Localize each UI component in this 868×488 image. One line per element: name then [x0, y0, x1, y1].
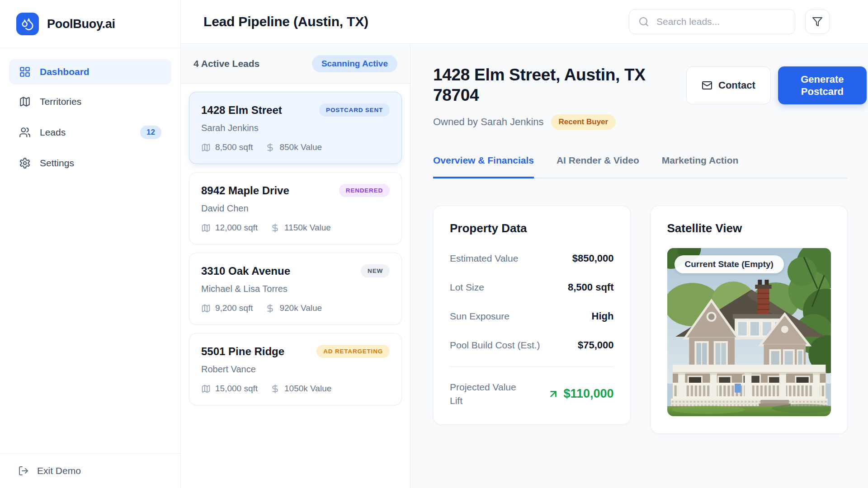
current-state-badge: Current State (Empty) [675, 255, 784, 273]
satellite-view-title: Satellite View [667, 221, 831, 235]
exit-demo-label: Exit Demo [37, 465, 81, 476]
projected-value-lift-value: $110,000 [547, 387, 613, 401]
lead-sqft: 8,500 sqft [215, 142, 253, 152]
satellite-view-card: Satellite View [651, 206, 848, 434]
sidebar-item-label: Dashboard [40, 66, 90, 77]
brand-name: PoolBuoy.ai [47, 17, 115, 31]
property-card-divider [450, 366, 614, 367]
map-icon [201, 223, 211, 233]
contact-button-label: Contact [718, 80, 755, 91]
lead-detail-panel: 1428 Elm Street, Austin, TX 78704 Owned … [410, 44, 868, 488]
map-icon [19, 96, 31, 108]
projected-value-lift-label: Projected Value Lift [450, 380, 527, 407]
lead-status-badge: AD RETARGETING [316, 345, 390, 358]
house-photo-illustration [667, 248, 831, 416]
property-row-lot-size: Lot Size 8,500 sqft [450, 282, 614, 293]
lead-address: 5501 Pine Ridge [201, 345, 284, 358]
recent-buyer-badge: Recent Buyer [551, 114, 616, 130]
exit-demo-button[interactable]: Exit Demo [0, 453, 180, 488]
funnel-icon [812, 16, 823, 27]
sidebar-item-territories[interactable]: Territories [9, 89, 171, 114]
detail-tabs: Overview & Financials AI Render & Video … [433, 155, 848, 178]
owner-row: Owned by Sarah Jenkins Recent Buyer [433, 114, 686, 130]
map-icon [201, 384, 211, 394]
property-row-estimated-value: Estimated Value $850,000 [450, 253, 614, 264]
lead-address: 1428 Elm Street [201, 104, 282, 117]
leads-count-badge: 12 [140, 126, 161, 139]
lead-owner: Michael & Lisa Torres [201, 284, 390, 294]
brand-block: PoolBuoy.ai [0, 0, 180, 48]
lead-owner: Robert Vance [201, 364, 390, 375]
lead-meta: 9,200 sqft 920k Value [201, 303, 390, 313]
tab-marketing-action[interactable]: Marketing Action [662, 155, 739, 178]
dashboard-grid-icon [19, 66, 31, 78]
projected-value-lift-row: Projected Value Lift $110,000 [450, 380, 614, 407]
lead-cards: 1428 Elm Street POSTCARD SENT Sarah Jenk… [181, 84, 410, 413]
scanning-status-badge: Scanning Active [312, 55, 397, 72]
dollar-icon [270, 384, 280, 394]
lead-list-header: 4 Active Leads Scanning Active [181, 44, 410, 84]
dollar-icon [270, 223, 280, 233]
active-leads-count: 4 Active Leads [193, 58, 259, 69]
lead-list-panel: 4 Active Leads Scanning Active 1428 Elm … [181, 44, 410, 488]
detail-cards-row: Property Data Estimated Value $850,000 L… [433, 206, 848, 434]
sidebar-nav: Dashboard Territories [0, 48, 180, 187]
search-input[interactable] [656, 16, 786, 28]
property-data-title: Property Data [450, 221, 614, 235]
filter-button[interactable] [805, 9, 830, 34]
property-row-sun-exposure: Sun Exposure High [450, 310, 614, 322]
lead-status-badge: RENDERED [339, 184, 390, 197]
lead-card-3310-oak[interactable]: 3310 Oak Avenue NEW Michael & Lisa Torre… [189, 253, 402, 325]
lead-value: 920k Value [279, 303, 322, 313]
property-address-title: 1428 Elm Street, Austin, TX 78704 [433, 65, 686, 105]
gear-icon [19, 157, 31, 169]
lead-address: 8942 Maple Drive [201, 184, 289, 197]
lead-owner: David Chen [201, 203, 390, 214]
satellite-photo: Current State (Empty) [667, 248, 831, 416]
lead-value: 1050k Value [284, 384, 331, 394]
magnifier-icon [638, 16, 649, 27]
lead-meta: 8,500 sqft 850k Value [201, 142, 390, 152]
lead-value: 850k Value [279, 142, 322, 152]
map-icon [201, 143, 211, 152]
lead-owner: Sarah Jenkins [201, 123, 390, 133]
logout-icon [18, 465, 29, 476]
lead-sqft: 12,000 sqft [215, 223, 258, 233]
sidebar-item-leads[interactable]: Leads 12 [9, 119, 171, 146]
sidebar-item-label: Settings [40, 158, 74, 169]
lead-status-badge: POSTCARD SENT [319, 103, 390, 117]
sidebar-item-dashboard[interactable]: Dashboard [9, 59, 171, 84]
lead-meta: 12,000 sqft 1150k Value [201, 223, 390, 233]
dollar-icon [265, 143, 275, 152]
search-box [629, 9, 795, 34]
property-row-pool-build-cost: Pool Build Cost (Est.) $75,000 [450, 339, 614, 351]
detail-title-block: 1428 Elm Street, Austin, TX 78704 Owned … [433, 65, 686, 130]
lead-card-5501-pine[interactable]: 5501 Pine Ridge AD RETARGETING Robert Va… [189, 333, 402, 405]
lead-card-1428-elm[interactable]: 1428 Elm Street POSTCARD SENT Sarah Jenk… [189, 92, 402, 164]
map-icon [201, 304, 211, 313]
lead-value: 1150k Value [284, 223, 331, 233]
sidebar-item-label: Leads [40, 127, 66, 138]
dollar-icon [265, 304, 275, 313]
logo-droplets-icon [16, 13, 39, 35]
lead-address: 3310 Oak Avenue [201, 265, 290, 277]
tab-ai-render-video[interactable]: AI Render & Video [557, 155, 639, 178]
page-title: Lead Pipeline (Austin, TX) [203, 14, 368, 29]
top-bar-actions [629, 9, 830, 34]
detail-actions: Contact Generate Postcard [686, 66, 867, 104]
app-window: PoolBuoy.ai Dashboard [0, 0, 868, 488]
tab-overview-financials[interactable]: Overview & Financials [433, 155, 534, 178]
sidebar-item-settings[interactable]: Settings [9, 150, 171, 176]
property-data-card: Property Data Estimated Value $850,000 L… [433, 206, 631, 425]
lead-sqft: 15,000 sqft [215, 384, 258, 394]
generate-postcard-button[interactable]: Generate Postcard [778, 66, 867, 104]
users-icon [19, 127, 31, 138]
lead-card-8942-maple[interactable]: 8942 Maple Drive RENDERED David Chen 12,… [189, 172, 402, 244]
lead-status-badge: NEW [361, 264, 390, 277]
sidebar-item-label: Territories [40, 96, 81, 107]
detail-header: 1428 Elm Street, Austin, TX 78704 Owned … [433, 65, 848, 130]
contact-button[interactable]: Contact [686, 66, 771, 104]
lead-sqft: 9,200 sqft [215, 303, 253, 313]
arrow-up-right-icon [547, 388, 559, 400]
envelope-icon [702, 80, 712, 91]
